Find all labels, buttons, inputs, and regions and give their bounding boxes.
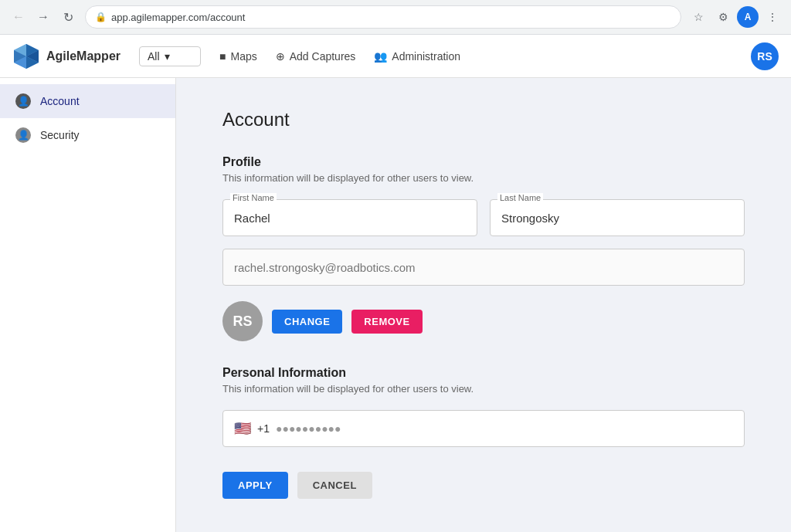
- profile-avatar: RS: [222, 301, 263, 341]
- content-area: Account Profile This information will be…: [176, 78, 791, 532]
- camera-icon: ⊕: [276, 50, 285, 63]
- sidebar: 👤 Account 👤 Security: [0, 78, 176, 532]
- first-name-input[interactable]: [222, 199, 477, 236]
- menu-button[interactable]: ⋮: [762, 6, 783, 28]
- action-buttons: APPLY CANCEL: [222, 472, 745, 499]
- top-nav: AgileMapper All ▾ ■ Maps ⊕ Add Captures …: [0, 35, 791, 78]
- people-icon: 👥: [374, 50, 387, 63]
- last-name-field: Last Name: [490, 199, 745, 236]
- captures-label: Add Captures: [290, 50, 356, 63]
- nav-buttons: ← → ↻: [8, 6, 79, 28]
- country-code: +1: [257, 422, 270, 435]
- maps-label: Maps: [230, 50, 256, 63]
- user-avatar-nav[interactable]: RS: [751, 42, 779, 70]
- logo-area: AgileMapper: [12, 42, 121, 70]
- profile-title: Profile: [222, 155, 745, 169]
- dropdown-label: All: [148, 50, 160, 63]
- forward-button[interactable]: →: [32, 6, 54, 28]
- profile-desc: This information will be displayed for o…: [222, 172, 745, 184]
- address-bar[interactable]: 🔒 app.agilemapper.com/account: [85, 5, 681, 29]
- reload-button[interactable]: ↻: [57, 6, 79, 28]
- extensions-button[interactable]: ⚙: [712, 6, 734, 28]
- email-input[interactable]: [222, 249, 745, 286]
- personal-section: Personal Information This information wi…: [222, 366, 745, 447]
- avatar-section: RS CHANGE REMOVE: [222, 301, 745, 341]
- email-wrapper: [222, 249, 745, 286]
- sidebar-account-label: Account: [40, 95, 80, 107]
- lock-icon: 🔒: [95, 12, 107, 22]
- page-title: Account: [222, 109, 745, 130]
- last-name-input[interactable]: [490, 199, 745, 236]
- flag-icon: 🇺🇸: [234, 420, 251, 437]
- name-fields-row: First Name Last Name: [222, 199, 745, 236]
- url-text: app.agilemapper.com/account: [111, 12, 245, 23]
- main-layout: 👤 Account 👤 Security Account Profile Thi…: [0, 78, 791, 532]
- sidebar-item-account[interactable]: 👤 Account: [0, 84, 175, 118]
- maps-icon: ■: [219, 50, 226, 63]
- back-button[interactable]: ←: [8, 6, 29, 28]
- cancel-button[interactable]: CANCEL: [297, 472, 372, 499]
- dropdown-arrow-icon: ▾: [165, 50, 170, 63]
- sidebar-item-security[interactable]: 👤 Security: [0, 118, 175, 152]
- change-avatar-button[interactable]: CHANGE: [272, 310, 342, 334]
- nav-links: ■ Maps ⊕ Add Captures 👥 Administration: [219, 50, 460, 63]
- first-name-label: First Name: [230, 193, 277, 202]
- sidebar-security-label: Security: [40, 129, 80, 141]
- apply-button[interactable]: APPLY: [222, 472, 288, 499]
- maps-link[interactable]: ■ Maps: [219, 50, 257, 63]
- profile-section: Profile This information will be display…: [222, 155, 745, 341]
- security-icon: 👤: [15, 127, 31, 143]
- phone-field: 🇺🇸 +1: [222, 410, 745, 447]
- bookmark-button[interactable]: ☆: [687, 6, 709, 28]
- last-name-label: Last Name: [497, 193, 543, 202]
- browser-chrome: ← → ↻ 🔒 app.agilemapper.com/account ☆ ⚙ …: [0, 0, 791, 35]
- logo-icon: [12, 42, 40, 70]
- remove-avatar-button[interactable]: REMOVE: [351, 310, 422, 334]
- phone-input[interactable]: [276, 422, 733, 435]
- browser-actions: ☆ ⚙ A ⋮: [687, 6, 783, 28]
- browser-user-avatar[interactable]: A: [737, 6, 759, 28]
- logo-text: AgileMapper: [46, 49, 121, 63]
- app-container: AgileMapper All ▾ ■ Maps ⊕ Add Captures …: [0, 35, 791, 532]
- administration-label: Administration: [392, 50, 460, 63]
- captures-link[interactable]: ⊕ Add Captures: [276, 50, 356, 63]
- all-dropdown[interactable]: All ▾: [139, 46, 201, 66]
- personal-desc: This information will be displayed for o…: [222, 383, 745, 395]
- account-icon: 👤: [15, 93, 31, 109]
- administration-link[interactable]: 👥 Administration: [374, 50, 460, 63]
- personal-title: Personal Information: [222, 366, 745, 380]
- first-name-field: First Name: [222, 199, 477, 236]
